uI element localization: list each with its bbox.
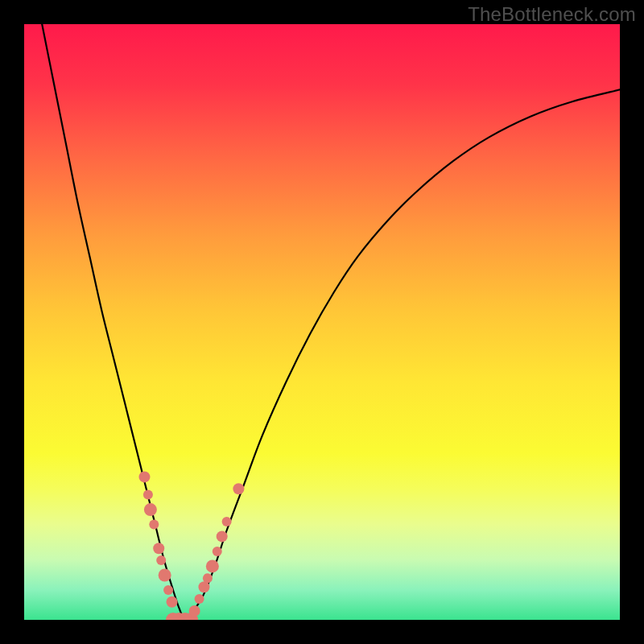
marker-point (163, 585, 173, 595)
marker-point (198, 581, 209, 592)
marker-point (206, 559, 219, 572)
marker-point (167, 597, 178, 608)
chart-frame: TheBottleneck.com (0, 0, 644, 644)
marker-point (213, 547, 222, 556)
marker-point (203, 573, 213, 583)
gradient-background (24, 24, 620, 620)
marker-point (195, 594, 204, 604)
marker-point (153, 543, 164, 554)
marker-point (143, 490, 153, 500)
chart-svg (24, 24, 620, 620)
plot-area (24, 24, 620, 620)
watermark-text: TheBottleneck.com (468, 3, 636, 26)
marker-point (233, 483, 244, 494)
marker-point (159, 569, 171, 582)
marker-point (156, 555, 166, 565)
marker-point (189, 605, 200, 617)
marker-point (149, 520, 159, 530)
marker-point (217, 530, 228, 542)
marker-point (222, 517, 232, 526)
marker-point (144, 503, 157, 516)
marker-point (138, 471, 150, 482)
